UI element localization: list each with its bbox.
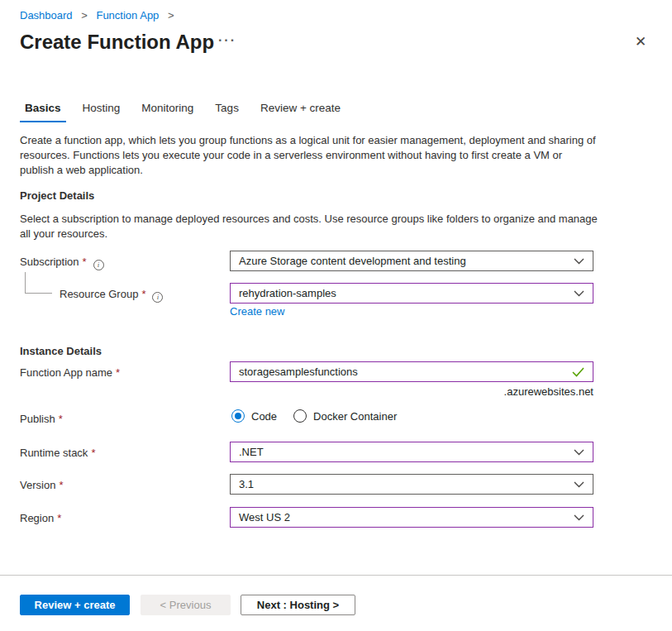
region-dropdown[interactable]: West US 2 bbox=[230, 507, 593, 528]
resource-group-dropdown[interactable]: rehydration-samples bbox=[230, 283, 593, 304]
tab-hosting[interactable]: Hosting bbox=[78, 100, 126, 122]
required-asterisk: * bbox=[59, 479, 63, 491]
checkmark-icon bbox=[572, 367, 584, 377]
runtime-stack-dropdown[interactable]: .NET bbox=[230, 442, 593, 462]
tab-monitoring[interactable]: Monitoring bbox=[136, 100, 198, 122]
function-app-name-label-text: Function App name bbox=[20, 366, 112, 379]
info-icon[interactable]: i bbox=[152, 292, 163, 303]
runtime-stack-dropdown-value: .NET bbox=[239, 446, 264, 458]
more-options-icon[interactable]: ··· bbox=[218, 33, 236, 48]
tab-basics[interactable]: Basics bbox=[20, 100, 66, 122]
chevron-down-icon bbox=[574, 514, 584, 521]
resource-group-label: Resource Group*i bbox=[60, 288, 163, 303]
domain-suffix: .azurewebsites.net bbox=[230, 385, 593, 398]
project-details-description: Select a subscription to manage deployed… bbox=[20, 212, 603, 241]
close-icon[interactable]: ✕ bbox=[635, 34, 646, 50]
breadcrumb-link-function-app[interactable]: Function App bbox=[96, 9, 159, 22]
function-app-name-label: Function App name* bbox=[20, 366, 120, 379]
breadcrumb: Dashboard > Function App > bbox=[20, 9, 180, 22]
tab-review-create[interactable]: Review + create bbox=[255, 100, 346, 122]
radio-dot bbox=[235, 413, 241, 419]
version-dropdown-value: 3.1 bbox=[239, 478, 254, 490]
region-dropdown-value: West US 2 bbox=[239, 511, 290, 523]
project-details-heading: Project Details bbox=[20, 189, 94, 202]
next-hosting-button[interactable]: Next : Hosting > bbox=[241, 595, 355, 615]
radio-docker-container[interactable] bbox=[293, 409, 307, 423]
chevron-down-icon bbox=[574, 449, 584, 456]
required-asterisk: * bbox=[83, 256, 87, 268]
subscription-label-text: Subscription bbox=[20, 256, 79, 268]
version-dropdown[interactable]: 3.1 bbox=[230, 474, 593, 495]
subscription-dropdown-value: Azure Storage content development and te… bbox=[239, 255, 466, 267]
subscription-label: Subscription*i bbox=[20, 256, 104, 270]
review-create-button[interactable]: Review + create bbox=[20, 595, 130, 615]
resource-group-dropdown-value: rehydration-samples bbox=[239, 287, 336, 299]
instance-details-heading: Instance Details bbox=[20, 345, 102, 357]
resource-group-label-text: Resource Group bbox=[60, 288, 138, 300]
region-label: Region* bbox=[20, 512, 61, 524]
region-label-text: Region bbox=[20, 512, 54, 524]
function-app-name-input[interactable]: storagesamplesfunctions bbox=[230, 361, 593, 382]
breadcrumb-link-dashboard[interactable]: Dashboard bbox=[20, 9, 73, 22]
info-icon[interactable]: i bbox=[93, 260, 104, 270]
runtime-stack-label: Runtime stack* bbox=[20, 447, 95, 459]
required-asterisk: * bbox=[91, 447, 95, 459]
radio-code-label[interactable]: Code bbox=[251, 410, 277, 423]
chevron-down-icon bbox=[574, 290, 584, 297]
function-app-name-value: storagesamplesfunctions bbox=[239, 366, 358, 378]
subscription-dropdown[interactable]: Azure Storage content development and te… bbox=[230, 251, 593, 271]
create-new-link[interactable]: Create new bbox=[230, 305, 284, 318]
publish-label-text: Publish bbox=[20, 413, 55, 425]
page-title: Create Function App bbox=[20, 31, 214, 54]
radio-docker-container-label[interactable]: Docker Container bbox=[313, 410, 397, 423]
publish-label: Publish* bbox=[20, 413, 63, 425]
tab-tags[interactable]: Tags bbox=[210, 100, 244, 122]
create-function-app-blade: Dashboard > Function App > Create Functi… bbox=[0, 0, 672, 631]
required-asterisk: * bbox=[57, 512, 61, 524]
required-asterisk: * bbox=[141, 288, 145, 300]
chevron-down-icon bbox=[574, 481, 584, 488]
radio-code[interactable] bbox=[231, 409, 245, 423]
previous-button[interactable]: < Previous bbox=[141, 595, 231, 615]
connector-line-horizontal bbox=[25, 293, 52, 294]
required-asterisk: * bbox=[59, 413, 63, 425]
runtime-stack-label-text: Runtime stack bbox=[20, 447, 88, 459]
breadcrumb-separator: > bbox=[81, 9, 88, 22]
publish-radio-group: Code Docker Container bbox=[231, 409, 413, 423]
tab-bar: Basics Hosting Monitoring Tags Review + … bbox=[20, 100, 357, 122]
blade-description: Create a function app, which lets you gr… bbox=[20, 133, 598, 178]
version-label: Version* bbox=[20, 479, 63, 491]
version-label-text: Version bbox=[20, 479, 55, 491]
breadcrumb-separator: > bbox=[168, 9, 174, 22]
footer-divider bbox=[0, 575, 672, 576]
chevron-down-icon bbox=[574, 258, 584, 265]
required-asterisk: * bbox=[116, 366, 120, 379]
connector-line-vertical bbox=[25, 272, 26, 294]
